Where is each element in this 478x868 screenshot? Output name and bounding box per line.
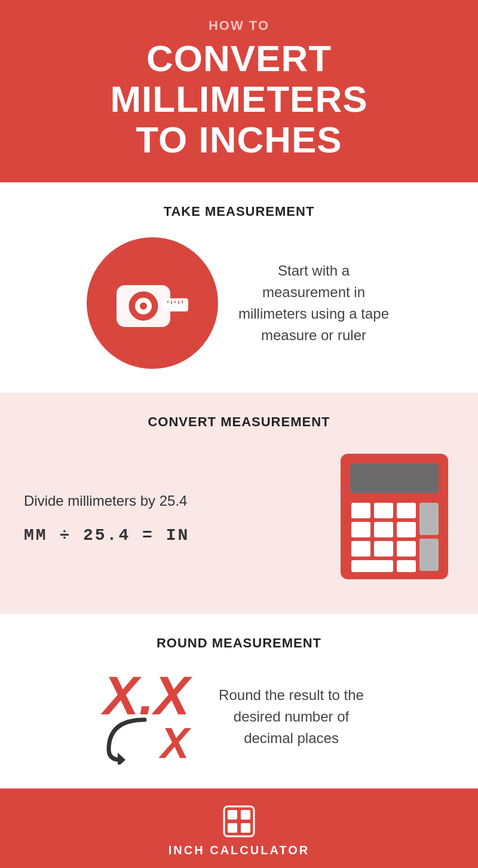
svg-rect-25 xyxy=(351,560,393,572)
round-measurement-label: ROUND MEASUREMENT xyxy=(18,635,460,651)
svg-rect-23 xyxy=(397,541,416,557)
svg-rect-29 xyxy=(228,810,237,820)
svg-rect-10 xyxy=(117,294,124,319)
round-measurement-content: X.X X Round the result to the desired nu… xyxy=(18,669,460,765)
round-example-big: X.X xyxy=(103,669,189,723)
take-measurement-content: Start with a measurement in millimeters … xyxy=(18,237,460,369)
svg-rect-26 xyxy=(397,560,416,572)
svg-rect-17 xyxy=(419,503,439,535)
convert-description: Divide millimeters by 25.4 xyxy=(24,490,323,512)
round-arrow-group: X xyxy=(103,717,189,765)
svg-rect-14 xyxy=(351,503,370,518)
svg-rect-12 xyxy=(350,463,439,493)
footer-calculator-icon xyxy=(223,805,255,838)
section-take-measurement: TAKE MEASUREMENT S xyxy=(0,182,478,393)
calculator-icon xyxy=(335,448,454,588)
svg-rect-15 xyxy=(374,503,393,518)
convert-measurement-label: CONVERT MEASUREMENT xyxy=(24,414,454,430)
svg-rect-20 xyxy=(397,522,416,537)
header-how-to: HOW TO xyxy=(24,18,454,33)
take-measurement-description: Start with a measurement in millimeters … xyxy=(236,260,391,346)
footer-brand-label: INCH CALCULATOR xyxy=(168,843,310,857)
svg-rect-4 xyxy=(163,298,188,311)
svg-rect-22 xyxy=(374,541,393,557)
round-left-panel: X.X X xyxy=(103,669,189,765)
svg-rect-30 xyxy=(241,810,250,820)
round-description: Round the result to the desired number o… xyxy=(208,684,375,749)
tape-measure-svg xyxy=(105,255,200,351)
convert-measurement-content: Divide millimeters by 25.4 MM ÷ 25.4 = I… xyxy=(24,448,454,588)
tape-measure-icon xyxy=(87,237,218,369)
svg-rect-31 xyxy=(228,823,237,833)
svg-marker-27 xyxy=(118,753,125,765)
section-convert-measurement: CONVERT MEASUREMENT Divide millimeters b… xyxy=(0,393,478,614)
svg-rect-19 xyxy=(374,522,393,537)
section-round-measurement: ROUND MEASUREMENT X.X X Round the result… xyxy=(0,614,478,788)
svg-rect-32 xyxy=(241,823,250,833)
round-example-small: X xyxy=(160,722,189,765)
convert-formula: MM ÷ 25.4 = IN xyxy=(24,526,323,545)
calculator-svg xyxy=(335,448,454,585)
svg-rect-16 xyxy=(397,503,416,518)
take-measurement-label: TAKE MEASUREMENT xyxy=(18,204,460,219)
svg-point-3 xyxy=(140,302,147,310)
header-title: CONVERT MILLIMETERS TO INCHES xyxy=(24,38,454,161)
svg-rect-24 xyxy=(419,539,439,571)
svg-rect-18 xyxy=(351,522,370,537)
svg-rect-21 xyxy=(351,541,370,557)
footer: INCH CALCULATOR xyxy=(0,788,478,868)
round-arrow-svg xyxy=(103,717,157,765)
convert-left-panel: Divide millimeters by 25.4 MM ÷ 25.4 = I… xyxy=(24,490,323,545)
header: HOW TO CONVERT MILLIMETERS TO INCHES xyxy=(0,0,478,182)
